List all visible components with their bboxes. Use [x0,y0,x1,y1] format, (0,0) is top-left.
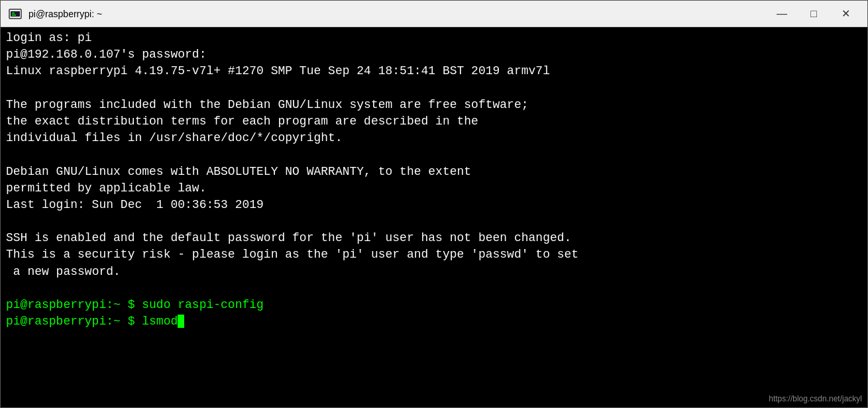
terminal-cursor [178,315,184,328]
window-controls: — □ ✕ [767,4,861,24]
window-icon [7,6,23,22]
terminal-output: login as: pi pi@192.168.0.107's password… [6,30,862,330]
minimize-button[interactable]: — [767,4,797,24]
svg-rect-3 [12,15,16,16]
window: pi@raspberrypi: ~ — □ ✕ login as: pi pi@… [0,0,868,408]
svg-rect-1 [11,11,20,17]
maximize-button[interactable]: □ [798,4,829,24]
terminal-line: login as: pi pi@192.168.0.107's password… [6,31,578,278]
title-bar: pi@raspberrypi: ~ — □ ✕ [1,1,867,27]
terminal-line-prompt-1: pi@raspberrypi:~ $ sudo raspi-config pi@… [6,298,264,328]
terminal-area[interactable]: login as: pi pi@192.168.0.107's password… [1,27,867,407]
window-title: pi@raspberrypi: ~ [28,9,767,19]
close-button[interactable]: ✕ [830,4,861,24]
watermark: https://blog.csdn.net/jackyl [769,394,862,403]
svg-rect-2 [12,13,15,14]
